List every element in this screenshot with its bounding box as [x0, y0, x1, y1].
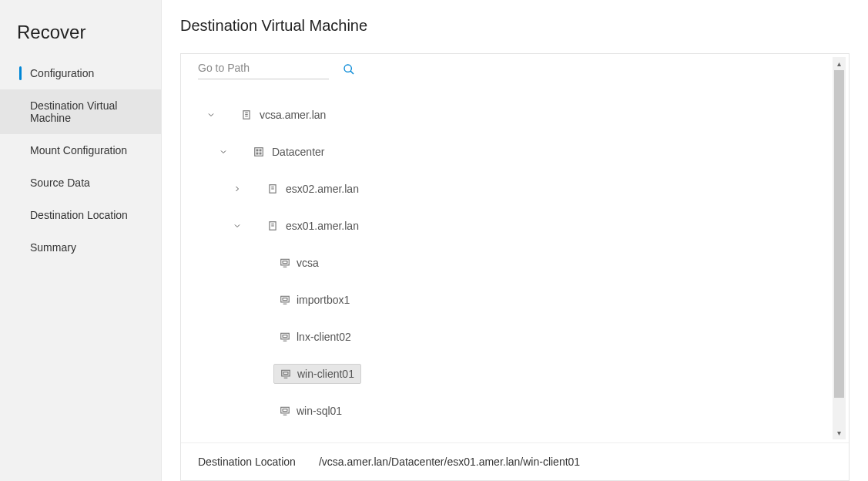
svg-rect-30	[283, 409, 287, 412]
scrollbar[interactable]: ▴ ▾	[833, 57, 846, 439]
tree-node-label: importbox1	[297, 294, 350, 306]
svg-rect-17	[281, 259, 290, 265]
tree-node-vm[interactable]: vcsa	[190, 244, 823, 281]
sidebar-item-summary[interactable]: Summary	[0, 231, 161, 264]
sidebar-item-mount-configuration[interactable]: Mount Configuration	[0, 134, 161, 166]
sidebar-item-label: Configuration	[30, 67, 94, 79]
tree-wrap: vcsa.amer.lan Datacenter	[181, 54, 833, 442]
svg-rect-27	[283, 372, 288, 375]
vm-icon	[280, 294, 290, 305]
host-icon	[267, 183, 278, 194]
svg-rect-18	[283, 261, 287, 264]
vcenter-icon	[241, 109, 252, 120]
svg-rect-7	[256, 150, 258, 151]
scroll-down-icon[interactable]: ▾	[833, 426, 846, 439]
sidebar-item-label: Destination Location	[30, 209, 128, 221]
tree-node-label: vcsa.amer.lan	[260, 109, 326, 121]
tree-node-label: lnx-client02	[297, 331, 351, 343]
tree-node-label: vcsa	[297, 257, 319, 269]
svg-rect-29	[281, 407, 290, 413]
sidebar-item-label: Summary	[30, 241, 76, 254]
sidebar-item-configuration[interactable]: Configuration	[0, 57, 161, 89]
tree-node-vm[interactable]: importbox1	[190, 281, 823, 318]
page-title: Destination Virtual Machine	[180, 17, 850, 35]
tree: vcsa.amer.lan Datacenter	[190, 79, 823, 429]
scrollbar-thumb[interactable]	[834, 70, 844, 398]
sidebar-title: Recover	[0, 15, 161, 57]
destination-location-path: /vcsa.amer.lan/Datacenter/esx01.amer.lan…	[319, 456, 580, 468]
tree-node-vm[interactable]: win-sql01	[190, 392, 823, 429]
sidebar-item-source-data[interactable]: Source Data	[0, 166, 161, 199]
tree-node-datacenter[interactable]: Datacenter	[190, 133, 823, 170]
svg-point-0	[344, 65, 351, 72]
chevron-down-icon[interactable]	[218, 147, 229, 156]
svg-rect-9	[256, 153, 258, 154]
svg-rect-24	[283, 335, 287, 338]
sidebar-item-label: Mount Configuration	[30, 144, 127, 156]
go-to-path-input[interactable]	[198, 59, 329, 79]
vm-icon	[280, 368, 291, 379]
vm-icon	[280, 405, 290, 416]
vm-icon	[280, 257, 290, 268]
sidebar-item-label: Source Data	[30, 177, 90, 189]
tree-node-vm[interactable]: lnx-client02	[190, 318, 823, 355]
svg-rect-20	[281, 296, 290, 302]
sidebar-item-destination-location[interactable]: Destination Location	[0, 199, 161, 231]
search-icon[interactable]	[343, 63, 355, 76]
tree-panel: vcsa.amer.lan Datacenter	[180, 53, 850, 481]
sidebar: Recover Configuration Destination Virtua…	[0, 0, 162, 481]
destination-location-label: Destination Location	[198, 456, 296, 468]
svg-rect-21	[283, 298, 287, 301]
tree-node-label: esx02.amer.lan	[286, 183, 359, 195]
tree-node-label: win-sql01	[297, 405, 342, 417]
sidebar-item-label: Destination Virtual Machine	[30, 99, 117, 124]
sidebar-item-destination-vm[interactable]: Destination Virtual Machine	[0, 89, 161, 134]
tree-node-label: esx01.amer.lan	[286, 220, 359, 232]
main: Destination Virtual Machine	[162, 0, 868, 481]
tree-node-label: win-client01	[297, 368, 354, 380]
chevron-down-icon[interactable]	[206, 110, 216, 119]
destination-location-row: Destination Location /vcsa.amer.lan/Data…	[181, 442, 849, 480]
chevron-down-icon[interactable]	[232, 221, 243, 230]
search-row	[190, 54, 823, 79]
svg-line-1	[350, 71, 354, 74]
svg-rect-23	[281, 333, 290, 339]
tree-node-vcenter[interactable]: vcsa.amer.lan	[190, 96, 823, 133]
tree-node-label: Datacenter	[272, 146, 324, 158]
datacenter-icon	[253, 146, 264, 157]
tree-node-host-esx01[interactable]: esx01.amer.lan	[190, 207, 823, 244]
scroll-up-icon[interactable]: ▴	[833, 57, 846, 70]
svg-rect-10	[260, 153, 261, 154]
chevron-right-icon[interactable]	[232, 184, 243, 193]
tree-node-vm-selected[interactable]: win-client01	[190, 355, 823, 392]
tree-node-host-esx02[interactable]: esx02.amer.lan	[190, 170, 823, 207]
svg-rect-26	[282, 370, 290, 376]
vm-icon	[280, 331, 290, 342]
host-icon	[267, 220, 278, 231]
scrollbar-track[interactable]	[833, 70, 846, 426]
svg-rect-8	[260, 150, 261, 151]
panel-body: vcsa.amer.lan Datacenter	[181, 54, 849, 442]
svg-rect-6	[255, 148, 263, 156]
